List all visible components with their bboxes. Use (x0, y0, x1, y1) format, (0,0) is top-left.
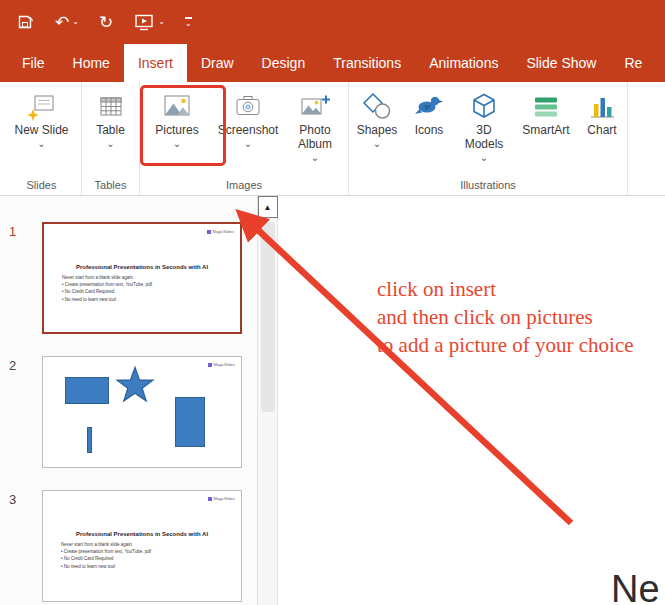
thumb-slide-body: Never start from a blank slide again. • … (61, 541, 241, 570)
chevron-down-icon (311, 153, 319, 163)
ribbon-group-illustrations: Shapes Icons (349, 82, 628, 195)
ribbon: New Slide Slides (0, 82, 665, 196)
shapes-button[interactable]: Shapes (349, 82, 405, 149)
chevron-down-icon (480, 153, 488, 163)
3d-models-button[interactable]: 3D Models (453, 82, 515, 163)
ribbon-group-images: Pictures Screenshot (140, 82, 349, 195)
thumb-slide-body: Never start from a blank slide again. • … (62, 274, 240, 303)
thumbnail-scrollbar[interactable] (258, 196, 278, 605)
slide-thumbnail-1[interactable]: MagicSlides Professional Presentations i… (42, 222, 242, 334)
logo-icon (208, 363, 212, 367)
smartart-icon (530, 88, 562, 124)
main-area: 1 MagicSlides Professional Presentations… (0, 196, 665, 605)
slide-number: 3 (9, 492, 16, 507)
thumb-slide-title: Professional Presentations in Seconds wi… (44, 264, 240, 270)
chart-icon (586, 88, 618, 124)
slide-row-2: 2 MagicSlides (0, 356, 257, 468)
table-button[interactable]: Table (92, 82, 130, 149)
thumb-shape-star (115, 365, 155, 409)
magicslides-logo: MagicSlides (207, 229, 234, 234)
screenshot-button[interactable]: Screenshot (214, 82, 282, 149)
photo-album-button[interactable]: Photo Album (282, 82, 348, 163)
chevron-down-icon (373, 139, 381, 149)
tab-transitions[interactable]: Transitions (319, 44, 415, 82)
thumb-shape-thin-bar (87, 427, 92, 453)
group-label-illustrations: Illustrations (349, 178, 627, 195)
thumb-shape-tall-rectangle (175, 397, 205, 447)
tab-review[interactable]: Re (610, 44, 656, 82)
titlebar (0, 0, 665, 44)
ribbon-group-slides: New Slide Slides (2, 82, 82, 195)
slideshow-icon (133, 11, 155, 33)
icons-bird-icon (413, 88, 445, 124)
powerpoint-window: File Home Insert Draw Design Transitions… (0, 0, 665, 605)
tab-file[interactable]: File (8, 44, 59, 82)
slide-number: 2 (9, 358, 16, 373)
chevron-down-icon (72, 18, 79, 26)
chevron-down-icon (173, 139, 181, 149)
thumb-slide-title: Professional Presentations in Seconds wi… (43, 531, 241, 537)
group-label-tables: Tables (82, 178, 139, 195)
new-slide-icon (26, 88, 58, 124)
chevron-down-icon (158, 18, 165, 26)
group-label-slides: Slides (2, 178, 81, 195)
save-button[interactable] (10, 7, 40, 37)
tab-slide-show[interactable]: Slide Show (512, 44, 610, 82)
slide-thumbnail-panel: 1 MagicSlides Professional Presentations… (0, 196, 258, 605)
tab-design[interactable]: Design (248, 44, 320, 82)
logo-icon (207, 230, 211, 234)
tab-animations[interactable]: Animations (415, 44, 512, 82)
photo-album-icon (298, 88, 332, 124)
scrollbar-thumb[interactable] (261, 222, 275, 412)
magicslides-logo: MagicSlides (208, 496, 235, 501)
chevron-down-icon (244, 139, 252, 149)
tab-insert[interactable]: Insert (124, 44, 187, 82)
redo-icon (99, 14, 113, 31)
tab-draw[interactable]: Draw (187, 44, 248, 82)
slide-canvas[interactable]: click on insert and then click on pictur… (278, 196, 665, 605)
chevron-down-icon (106, 139, 114, 149)
chevron-down-icon (37, 139, 45, 149)
start-slideshow-button[interactable] (128, 7, 170, 37)
screenshot-icon (232, 88, 264, 124)
chart-button[interactable]: Chart (577, 82, 627, 138)
ribbon-group-tables: Table Tables (82, 82, 140, 195)
customize-toolbar-icon (185, 17, 192, 28)
undo-button[interactable] (50, 7, 84, 37)
ribbon-tab-bar: File Home Insert Draw Design Transitions… (0, 44, 665, 82)
thumb-shape-rectangle (65, 377, 109, 404)
slide-text-partial: Ne (611, 568, 660, 605)
3d-models-icon (468, 88, 500, 124)
slide-row-3: 3 MagicSlides Professional Presentations… (0, 490, 257, 602)
magicslides-logo: MagicSlides (208, 362, 235, 367)
slide-number: 1 (9, 224, 16, 239)
pictures-icon (160, 88, 194, 124)
smartart-button[interactable]: SmartArt (515, 82, 577, 138)
shapes-icon (361, 88, 393, 124)
scroll-up-button[interactable] (258, 196, 278, 218)
slide-row-1: 1 MagicSlides Professional Presentations… (0, 222, 257, 334)
slide-thumbnail-2[interactable]: MagicSlides (42, 356, 242, 468)
undo-icon (55, 14, 69, 31)
pictures-button[interactable]: Pictures (140, 82, 214, 149)
table-icon (95, 88, 127, 124)
tutorial-annotation-text: click on insert and then click on pictur… (377, 276, 634, 360)
customize-quick-access-toolbar-button[interactable] (180, 7, 197, 37)
logo-icon (208, 497, 212, 501)
slide-thumbnail-3[interactable]: MagicSlides Professional Presentations i… (42, 490, 242, 602)
save-icon (15, 12, 35, 32)
new-slide-button[interactable]: New Slide (11, 82, 71, 149)
redo-button[interactable] (94, 7, 118, 37)
icons-button[interactable]: Icons (405, 82, 453, 138)
group-label-images: Images (140, 178, 348, 195)
tab-home[interactable]: Home (59, 44, 124, 82)
